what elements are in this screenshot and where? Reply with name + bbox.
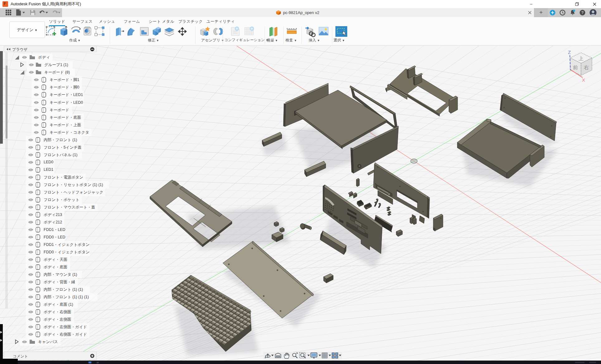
svg-text:上: 上: [579, 56, 584, 61]
svg-text:右: 右: [584, 65, 589, 70]
svg-text:Z: Z: [568, 50, 571, 55]
svg-text:X: X: [582, 77, 585, 83]
svg-text:?: ?: [581, 11, 584, 15]
svg-text:前: 前: [573, 65, 578, 70]
